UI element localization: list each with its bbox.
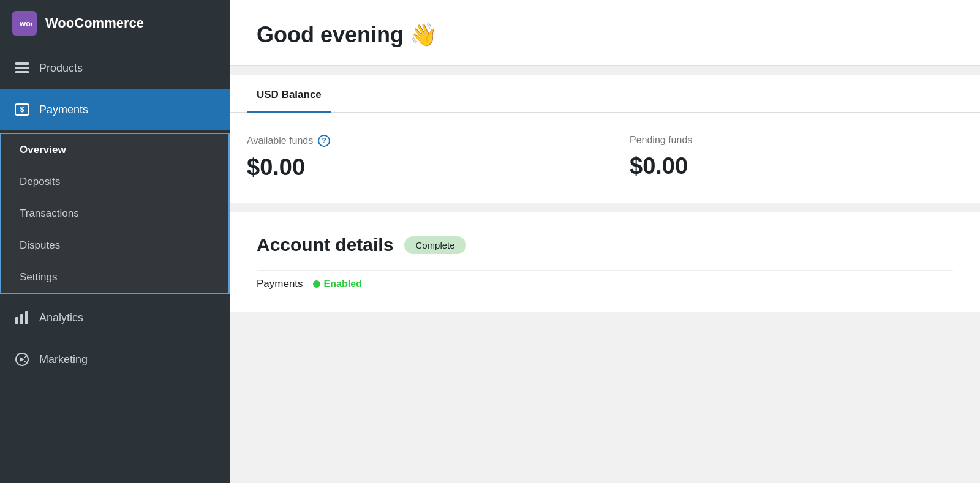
sidebar-products-label: Products — [39, 62, 83, 75]
available-funds-help-icon[interactable]: ? — [318, 135, 330, 147]
submenu-item-transactions[interactable]: Transactions — [1, 198, 228, 230]
svg-rect-7 — [15, 317, 18, 324]
account-payments-row: Payments Enabled — [257, 270, 953, 290]
payments-icon: $ — [13, 101, 31, 118]
sidebar-item-products[interactable]: Products — [0, 47, 230, 89]
account-complete-badge: Complete — [404, 236, 466, 254]
balance-tabs: USD Balance — [230, 75, 980, 113]
pending-funds-value: $0.00 — [630, 153, 963, 179]
account-details-header: Account details Complete — [257, 234, 953, 255]
account-payments-label: Payments — [257, 278, 303, 290]
account-details-card: Account details Complete Payments Enable… — [230, 212, 980, 312]
submenu-item-settings[interactable]: Settings — [1, 261, 228, 293]
available-funds-label: Available funds ? — [247, 135, 580, 147]
svg-text:$: $ — [20, 105, 24, 114]
available-funds-value: $0.00 — [247, 154, 580, 181]
balance-card: USD Balance Available funds ? $0.00 Pend… — [230, 75, 980, 203]
svg-rect-3 — [15, 67, 29, 69]
svg-rect-2 — [15, 62, 29, 65]
balance-row: Available funds ? $0.00 Pending funds $0… — [230, 113, 980, 203]
svg-rect-4 — [15, 71, 29, 73]
available-funds-section: Available funds ? $0.00 — [247, 135, 605, 181]
submenu-item-deposits[interactable]: Deposits — [1, 166, 228, 198]
products-icon — [13, 59, 31, 77]
sidebar-item-marketing[interactable]: Marketing — [0, 339, 230, 380]
payments-submenu: Overview Deposits Transactions Disputes … — [0, 133, 230, 294]
payments-status: Enabled — [313, 279, 362, 290]
sidebar-analytics-label: Analytics — [39, 312, 83, 324]
greeting-title: Good evening 👋 — [257, 22, 953, 48]
sidebar-logo[interactable]: woo WooCommerce — [0, 0, 230, 47]
status-enabled-dot — [313, 280, 320, 288]
marketing-icon — [13, 351, 31, 368]
account-details-title: Account details — [257, 234, 393, 255]
sidebar-marketing-label: Marketing — [39, 353, 88, 366]
sidebar: woo WooCommerce Products $ Payments Over… — [0, 0, 230, 483]
svg-line-12 — [24, 361, 27, 363]
submenu-item-disputes[interactable]: Disputes — [1, 230, 228, 261]
woocommerce-icon: woo — [12, 11, 37, 36]
greeting-card: Good evening 👋 — [230, 0, 980, 66]
svg-line-11 — [24, 356, 27, 358]
submenu-item-overview[interactable]: Overview — [1, 134, 228, 166]
sidebar-logo-label: WooCommerce — [45, 15, 144, 31]
main-content: Good evening 👋 USD Balance Available fun… — [230, 0, 980, 483]
pending-funds-section: Pending funds $0.00 — [605, 135, 963, 181]
tab-usd-balance[interactable]: USD Balance — [247, 75, 331, 112]
sidebar-item-analytics[interactable]: Analytics — [0, 297, 230, 339]
analytics-icon — [13, 309, 31, 326]
svg-rect-8 — [20, 314, 23, 324]
sidebar-item-payments[interactable]: $ Payments — [0, 89, 230, 130]
pending-funds-label: Pending funds — [630, 135, 963, 146]
svg-text:woo: woo — [19, 19, 32, 28]
sidebar-payments-label: Payments — [39, 103, 88, 116]
svg-rect-9 — [25, 311, 28, 324]
